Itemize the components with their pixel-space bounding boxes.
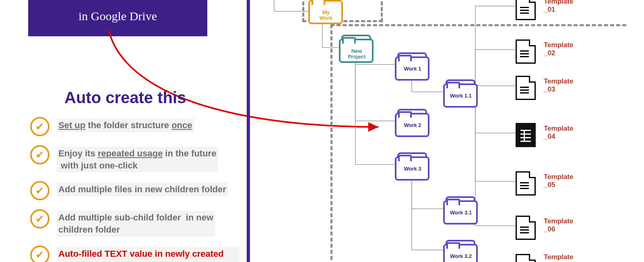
folder-my-work: MyWork (308, 0, 340, 21)
folder-work-3: Work 3 (395, 152, 426, 177)
file-template-02 (516, 40, 533, 61)
bullet-item: ✔Add multiple files in new children fold… (30, 181, 239, 200)
label-template-04: Template_04 (544, 125, 588, 140)
folder-work-3-1: Work 3.1 (443, 196, 475, 221)
folder-new-project: NewProject (339, 35, 370, 60)
bullet-item: ✔Auto-filled TEXT value in newly created… (30, 245, 239, 262)
bullet-item: ✔Set up the folder structure once (30, 117, 239, 136)
folder-work-1: Work 1 (395, 52, 426, 77)
check-icon: ✔ (30, 181, 50, 200)
label-template-01: Template_01 (544, 0, 588, 13)
file-template-03 (516, 76, 533, 98)
check-icon: ✔ (30, 117, 50, 136)
check-icon: ✔ (30, 245, 50, 262)
folder-work-1-1: Work 1.1 (443, 79, 475, 104)
file-template-06 (516, 216, 533, 237)
bullet-text: Enjoy its repeated usage in the future w… (57, 147, 218, 172)
file-template-01 (516, 0, 533, 18)
label-template-06: Template_06 (544, 217, 588, 233)
check-icon: ✔ (30, 209, 50, 229)
folder-work-2: Work 2 (395, 109, 426, 134)
bullet-text: Auto-filled TEXT value in newly created … (57, 247, 239, 262)
check-icon: ✔ (30, 145, 50, 164)
label-template-03: Template_03 (544, 77, 588, 93)
file-template-07 (516, 254, 533, 262)
bullet-list: ✔Set up the folder structure once✔Enjoy … (30, 117, 239, 262)
bullet-item: ✔Enjoy its repeated usage in the future … (30, 145, 239, 172)
bullet-text: Add multiple sub-child folder in newchil… (57, 211, 215, 236)
file-template-05 (516, 171, 533, 193)
bullet-text: Set up the folder structure once (57, 119, 194, 132)
subhead: Auto create this (64, 89, 186, 107)
folder-work-3-2: Work 3.2 (443, 240, 475, 262)
diagram-frame: MyWork NewProject Work 1 Work 1.1 Work 2… (247, 0, 644, 262)
bullet-item: ✔Add multiple sub-child folder in newchi… (30, 209, 239, 236)
bullet-text: Add multiple files in new children folde… (57, 183, 228, 196)
file-template-04 (516, 123, 533, 145)
label-template-07: Template (544, 253, 588, 261)
label-template-02: Template_02 (544, 41, 588, 57)
label-template-05: Template_05 (544, 173, 588, 189)
